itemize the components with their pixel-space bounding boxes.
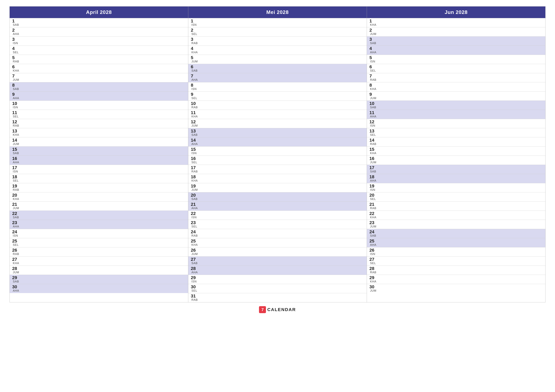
- day-row[interactable]: 16JUM: [367, 156, 545, 165]
- day-number: 22: [369, 211, 377, 216]
- day-row[interactable]: 7JUM: [10, 73, 188, 82]
- day-row[interactable]: 27KHA: [10, 257, 188, 266]
- day-row[interactable]: 30AHA: [10, 284, 188, 293]
- day-row[interactable]: 4SEL: [10, 46, 188, 55]
- day-row[interactable]: 16SEL: [188, 156, 367, 165]
- day-row[interactable]: 8SAB: [10, 82, 188, 92]
- day-row[interactable]: 7AHA: [188, 73, 367, 82]
- day-row[interactable]: 23JUM: [367, 220, 545, 229]
- day-row[interactable]: 25KHA: [188, 238, 367, 247]
- day-row[interactable]: 10SAB: [367, 101, 545, 110]
- day-row[interactable]: 12RAB: [10, 119, 188, 128]
- day-row[interactable]: 19JUM: [188, 183, 367, 192]
- day-row[interactable]: 28AHA: [188, 266, 367, 275]
- day-row[interactable]: 6SAB: [188, 64, 367, 73]
- day-row[interactable]: 11KHA: [188, 110, 367, 119]
- day-row[interactable]: 7RAB: [367, 73, 545, 82]
- day-name: SEL: [13, 51, 20, 54]
- day-name: RAB: [191, 170, 199, 173]
- day-row[interactable]: 17RAB: [188, 165, 367, 174]
- day-name: SEL: [191, 225, 199, 228]
- day-row[interactable]: 29ISN: [188, 275, 367, 284]
- day-row[interactable]: 8KHA: [367, 82, 545, 92]
- day-row[interactable]: 4KHA: [188, 46, 367, 55]
- day-row[interactable]: 28RAB: [367, 266, 545, 275]
- day-row[interactable]: 2SEL: [188, 27, 367, 36]
- day-row[interactable]: 26JUM: [188, 247, 367, 257]
- day-row[interactable]: 20KHA: [10, 192, 188, 201]
- day-row[interactable]: 4AHA: [367, 46, 545, 55]
- day-number: 23: [191, 221, 199, 225]
- day-row[interactable]: 2AHA: [10, 27, 188, 36]
- day-row[interactable]: 19RAB: [10, 183, 188, 192]
- day-row[interactable]: 30SEL: [188, 284, 367, 293]
- day-cell: 11KHA: [191, 110, 199, 118]
- day-row[interactable]: 1SAB: [10, 18, 188, 27]
- day-row[interactable]: 22KHA: [367, 211, 545, 220]
- day-row[interactable]: 24RAB: [188, 229, 367, 238]
- day-row[interactable]: 23AHA: [10, 220, 188, 229]
- day-row[interactable]: 20SEL: [367, 192, 545, 201]
- day-row[interactable]: 5RAB: [10, 55, 188, 64]
- day-row[interactable]: 18KHA: [188, 174, 367, 183]
- day-number: 10: [369, 101, 377, 106]
- day-row[interactable]: 18SEL: [10, 174, 188, 183]
- day-row[interactable]: 17ISN: [10, 165, 188, 174]
- day-row[interactable]: 10RAB: [188, 101, 367, 110]
- day-row[interactable]: 31RAB: [188, 293, 367, 302]
- day-row[interactable]: 29SAB: [10, 275, 188, 284]
- day-row[interactable]: 9SEL: [188, 92, 367, 101]
- day-row[interactable]: 16AHA: [10, 156, 188, 165]
- logo-icon: 7: [259, 306, 266, 313]
- day-row[interactable]: 15SAB: [10, 147, 188, 156]
- day-row[interactable]: 22ISN: [188, 211, 367, 220]
- day-row[interactable]: 29KHA: [367, 275, 545, 284]
- day-row[interactable]: 9AHA: [10, 92, 188, 101]
- day-row[interactable]: 11SEL: [10, 110, 188, 119]
- day-row[interactable]: 23SEL: [188, 220, 367, 229]
- day-row[interactable]: 26RAB: [10, 247, 188, 257]
- day-row[interactable]: 9JUM: [367, 92, 545, 101]
- day-row[interactable]: 17SAB: [367, 165, 545, 174]
- day-row[interactable]: 21RAB: [367, 201, 545, 211]
- day-row[interactable]: 30JUM: [367, 284, 545, 293]
- day-row[interactable]: 14AHA: [188, 137, 367, 147]
- day-row[interactable]: 21JUM: [10, 201, 188, 211]
- day-row[interactable]: 1ISN: [188, 18, 367, 27]
- day-row[interactable]: 8ISN: [188, 82, 367, 92]
- day-row[interactable]: 25SEL: [10, 238, 188, 247]
- day-row[interactable]: 26ISN: [367, 247, 545, 257]
- day-row[interactable]: 22SAB: [10, 211, 188, 220]
- day-row[interactable]: 10ISN: [10, 101, 188, 110]
- day-row[interactable]: 12ISN: [367, 119, 545, 128]
- day-row[interactable]: 18AHA: [367, 174, 545, 183]
- day-row[interactable]: 15KHA: [367, 147, 545, 156]
- day-name: SEL: [370, 197, 377, 201]
- day-row[interactable]: 11AHA: [367, 110, 545, 119]
- day-row[interactable]: 13SAB: [188, 128, 367, 137]
- day-row[interactable]: 19ISN: [367, 183, 545, 192]
- day-row[interactable]: 2JUM: [367, 27, 545, 36]
- day-row[interactable]: 5ISN: [367, 55, 545, 64]
- day-row[interactable]: 27SAB: [188, 257, 367, 266]
- day-row[interactable]: 13KHA: [10, 128, 188, 137]
- day-row[interactable]: 13SEL: [367, 128, 545, 137]
- day-row[interactable]: 6SEL: [367, 64, 545, 73]
- day-row[interactable]: 3ISN: [10, 36, 188, 46]
- day-row[interactable]: 3SAB: [367, 36, 545, 46]
- day-row[interactable]: 25AHA: [367, 238, 545, 247]
- day-row[interactable]: 1KHA: [367, 18, 545, 27]
- day-row[interactable]: 24SAB: [367, 229, 545, 238]
- day-row[interactable]: 21AHA: [188, 201, 367, 211]
- day-row[interactable]: 14JUM: [10, 137, 188, 147]
- day-row[interactable]: 3RAB: [188, 36, 367, 46]
- day-row[interactable]: 5JUM: [188, 55, 367, 64]
- day-row[interactable]: 14RAB: [367, 137, 545, 147]
- day-row[interactable]: 6KHA: [10, 64, 188, 73]
- day-row[interactable]: 20SAB: [188, 192, 367, 201]
- day-row[interactable]: 28JUM: [10, 266, 188, 275]
- day-row[interactable]: 15ISN: [188, 147, 367, 156]
- day-row[interactable]: 24ISN: [10, 229, 188, 238]
- day-row[interactable]: 27SEL: [367, 257, 545, 266]
- day-row[interactable]: 12JUM: [188, 119, 367, 128]
